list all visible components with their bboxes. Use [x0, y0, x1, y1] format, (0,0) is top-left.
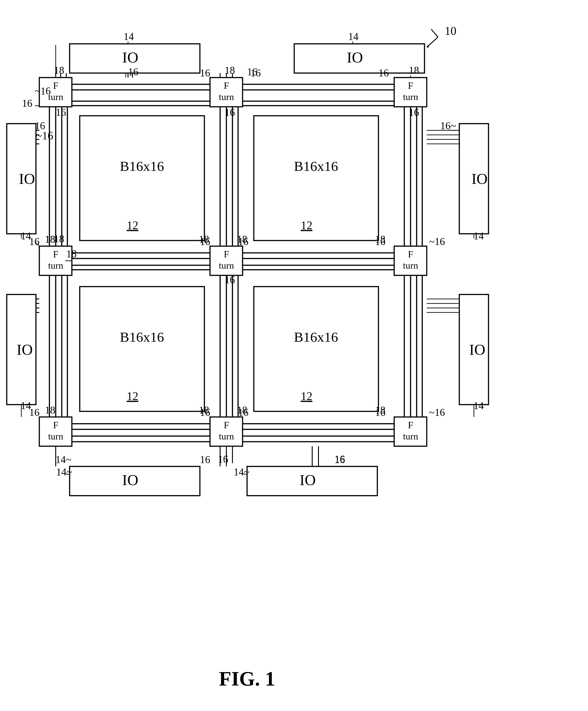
- ref14-right-bot: 14: [473, 400, 484, 411]
- ref18-ml-top: 18: [45, 234, 55, 245]
- block-bot-right-ref: 12: [301, 390, 312, 403]
- svg-text:turn: turn: [403, 92, 418, 102]
- svg-text:turn: turn: [219, 431, 234, 441]
- ref16-left-v1: 16: [29, 236, 40, 247]
- svg-text:F: F: [408, 81, 413, 91]
- ref18-mc-right: 18: [237, 234, 247, 245]
- ref16-bot-h2: 16: [238, 407, 248, 418]
- ref18-mr: 18: [375, 234, 385, 245]
- svg-text:turn: turn: [48, 431, 63, 441]
- ref18-mc-left: 18: [199, 234, 209, 245]
- svg-marker-2: [427, 44, 429, 48]
- io-top-right-label: IO: [347, 49, 363, 66]
- ref16-mid-h4: ~16: [429, 236, 445, 247]
- ref16-tc-mc-bot: 16: [225, 274, 235, 285]
- ref-10: 10: [445, 24, 456, 37]
- io-top-left-label: IO: [122, 49, 138, 66]
- ref16-top-h1: 16: [200, 67, 210, 79]
- svg-text:F: F: [224, 249, 229, 259]
- ref14-bot-left: 14~: [56, 466, 72, 478]
- io-right-bot-label: IO: [469, 341, 485, 358]
- ref14-right-top: 14: [473, 230, 484, 242]
- svg-text:F: F: [224, 81, 229, 91]
- svg-text:F: F: [53, 249, 58, 259]
- ref18-tr-top: 18: [409, 65, 419, 76]
- ref18-ml-right: 18: [66, 248, 76, 260]
- ref16-tc-tr: 16: [247, 66, 257, 78]
- ref16-bot-right: ~16: [429, 407, 445, 418]
- svg-text:F: F: [53, 420, 58, 430]
- ref16-bot-h3: 16: [375, 407, 385, 418]
- block-bot-left: [80, 287, 204, 411]
- block-bot-left-label: B16x16: [120, 329, 164, 345]
- block-top-right: [254, 116, 379, 240]
- ref16-tl-tc: 16: [128, 66, 138, 78]
- io-bot-right-label: IO: [300, 471, 316, 489]
- svg-text:turn: turn: [219, 260, 234, 271]
- svg-text:turn: turn: [403, 260, 418, 271]
- block-top-right-label: B16x16: [294, 158, 338, 174]
- svg-text:F: F: [408, 420, 413, 430]
- svg-text:F: F: [408, 249, 413, 259]
- ref16-tl-bot: 16: [56, 107, 66, 118]
- svg-text:F: F: [224, 420, 229, 430]
- io-bot-left-label: IO: [122, 471, 138, 489]
- ref16-bc-bot: 16: [218, 453, 228, 465]
- block-bot-left-ref: 12: [127, 390, 138, 403]
- io-left-bot-label: IO: [17, 341, 33, 358]
- ref16-bot-left: 16: [29, 407, 40, 418]
- ref16-tl-tilde: ~16: [35, 85, 51, 96]
- svg-text:turn: turn: [403, 431, 418, 441]
- block-top-left: [80, 116, 204, 240]
- block-top-left-label: B16x16: [120, 158, 164, 174]
- io-right-top-label: IO: [471, 170, 488, 187]
- ref18-bl: 18: [45, 404, 55, 416]
- svg-text:F: F: [53, 81, 58, 91]
- fig-label: FIG. 1: [219, 668, 275, 690]
- block-bot-right-label: B16x16: [294, 329, 338, 345]
- svg-line-1: [431, 29, 438, 37]
- io-left-top-label: IO: [19, 170, 35, 187]
- svg-text:turn: turn: [48, 260, 63, 271]
- tilde-left-top: ~16: [36, 129, 53, 142]
- ref16-tl-left: 16: [22, 98, 32, 109]
- block-top-left-ref: 12: [127, 219, 138, 232]
- ref16-br-bot: 16: [335, 453, 345, 465]
- ref14-top-left: 14: [123, 31, 134, 42]
- svg-text:turn: turn: [219, 92, 234, 102]
- ref16-below-bl: 16: [200, 454, 210, 465]
- ref16-right-top-label: 16~: [440, 120, 456, 131]
- block-bot-right: [254, 287, 379, 411]
- ref16-bot-h1: 16: [200, 407, 210, 418]
- ref16-tr-bot: 16: [409, 107, 419, 118]
- ref16-tc-bot: 16: [225, 107, 235, 118]
- ref14-top-right-io: 14: [348, 31, 359, 42]
- ref14-bot-right: 14~: [233, 466, 250, 478]
- block-top-right-ref: 12: [301, 219, 312, 232]
- ref16-top-h3: 16: [379, 67, 389, 79]
- ref14-bl-bot: 14~: [55, 454, 71, 465]
- diagram-container: 10 IO 14 IO 14 F turn 18 F turn 18: [0, 0, 588, 711]
